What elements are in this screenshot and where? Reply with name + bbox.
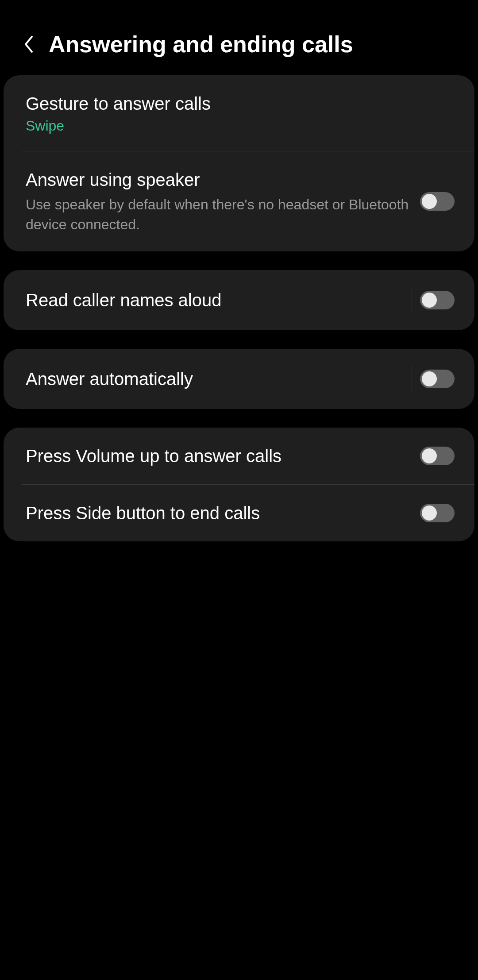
- setting-text: Press Volume up to answer calls: [26, 444, 411, 467]
- header: Answering and ending calls: [0, 0, 478, 75]
- side-button-end-row[interactable]: Press Side button to end calls: [4, 485, 474, 541]
- setting-title: Press Volume up to answer calls: [26, 444, 411, 467]
- gesture-to-answer-row[interactable]: Gesture to answer calls Swipe: [4, 75, 474, 151]
- setting-text: Gesture to answer calls Swipe: [26, 92, 455, 134]
- settings-group: Read caller names aloud: [4, 270, 474, 330]
- toggle-knob: [422, 371, 437, 386]
- toggle-wrapper: [420, 192, 455, 211]
- answer-using-speaker-row[interactable]: Answer using speaker Use speaker by defa…: [4, 151, 474, 251]
- toggle-wrapper: [412, 287, 455, 313]
- toggle-knob: [422, 505, 437, 521]
- side-button-end-toggle[interactable]: [420, 504, 455, 522]
- toggle-wrapper: [420, 504, 455, 522]
- setting-text: Answer automatically: [26, 367, 403, 390]
- answer-automatically-row[interactable]: Answer automatically: [4, 349, 474, 409]
- toggle-wrapper: [412, 366, 455, 392]
- answer-automatically-toggle[interactable]: [420, 370, 455, 388]
- setting-title: Press Side button to end calls: [26, 502, 411, 525]
- setting-title: Gesture to answer calls: [26, 92, 455, 115]
- volume-up-answer-row[interactable]: Press Volume up to answer calls: [4, 428, 474, 484]
- back-icon[interactable]: [22, 33, 35, 55]
- setting-description: Use speaker by default when there's no h…: [26, 195, 411, 235]
- read-caller-names-row[interactable]: Read caller names aloud: [4, 270, 474, 330]
- volume-up-answer-toggle[interactable]: [420, 447, 455, 465]
- toggle-knob: [422, 293, 437, 308]
- setting-text: Answer using speaker Use speaker by defa…: [26, 168, 411, 235]
- toggle-knob: [422, 448, 437, 463]
- setting-value: Swipe: [26, 118, 455, 134]
- vertical-divider: [412, 366, 412, 392]
- page-title: Answering and ending calls: [49, 31, 353, 58]
- answer-speaker-toggle[interactable]: [420, 192, 455, 211]
- setting-text: Read caller names aloud: [26, 289, 403, 312]
- settings-group: Gesture to answer calls Swipe Answer usi…: [4, 75, 474, 251]
- vertical-divider: [412, 287, 412, 313]
- setting-title: Answer automatically: [26, 367, 403, 390]
- settings-group: Answer automatically: [4, 349, 474, 409]
- setting-title: Read caller names aloud: [26, 289, 403, 312]
- read-caller-names-toggle[interactable]: [420, 291, 455, 309]
- settings-content: Gesture to answer calls Swipe Answer usi…: [0, 75, 478, 541]
- setting-title: Answer using speaker: [26, 168, 411, 191]
- setting-text: Press Side button to end calls: [26, 502, 411, 525]
- settings-group: Press Volume up to answer calls Press Si…: [4, 428, 474, 541]
- toggle-wrapper: [420, 447, 455, 465]
- toggle-knob: [422, 194, 437, 209]
